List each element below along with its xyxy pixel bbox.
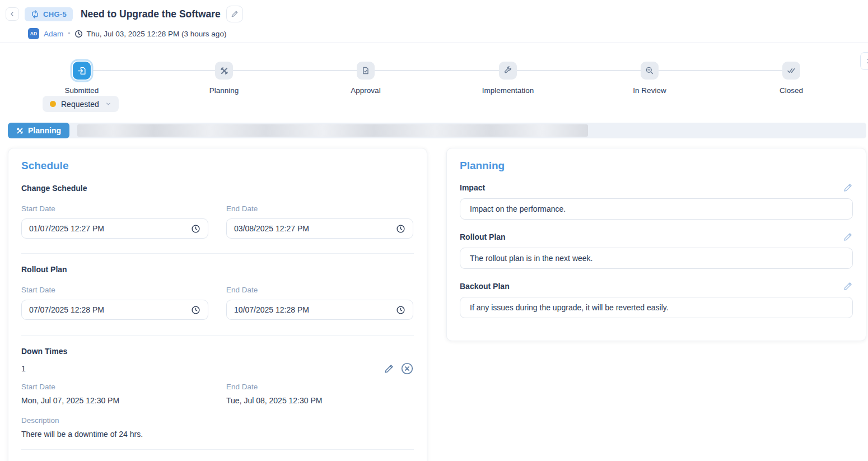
divider <box>21 253 414 254</box>
chevron-down-icon <box>105 101 111 107</box>
tab-planning[interactable]: Planning <box>8 123 69 138</box>
end-date-label: End Date <box>226 286 413 294</box>
divider <box>21 449 414 450</box>
date-value: 07/07/2025 12:28 PM <box>29 305 104 314</box>
pencil-icon <box>843 281 853 291</box>
crossed-tools-icon[interactable] <box>215 62 233 80</box>
pencil-icon <box>843 183 853 193</box>
requester-name[interactable]: Adam <box>44 30 63 38</box>
date-value: 03/08/2025 12:27 PM <box>234 224 309 233</box>
change-schedule-label: Change Schedule <box>21 184 414 193</box>
schedule-card-title: Schedule <box>21 160 414 172</box>
change-schedule-start-input[interactable]: 01/07/2025 12:27 PM <box>21 218 208 239</box>
impact-label: Impact <box>460 183 485 192</box>
status-dot <box>50 101 56 107</box>
edit-title-button[interactable] <box>226 6 243 22</box>
submit-document-icon[interactable] <box>73 62 91 80</box>
clock-icon[interactable] <box>191 224 200 234</box>
rollout-plan-label: Rollout Plan <box>21 265 414 274</box>
workflow-stepper: Submitted Planning Approval Implementati… <box>0 43 868 123</box>
step-planning: Planning <box>179 62 269 95</box>
page-header: CHG-5 Need to Upgrade the Software AD Ad… <box>0 0 868 43</box>
content-area: Schedule Change Schedule Start Date 01/0… <box>8 148 866 461</box>
date-value: 10/07/2025 12:28 PM <box>234 305 309 314</box>
start-date-label: Start Date <box>21 286 208 294</box>
header-meta: AD Adam • Thu, Jul 03, 2025 12:28 PM (3 … <box>28 28 861 39</box>
clock-icon[interactable] <box>191 305 200 315</box>
dot-separator: • <box>68 30 70 38</box>
chevron-left-icon <box>9 11 16 17</box>
clock-icon <box>74 30 83 38</box>
start-date-label: Start Date <box>21 204 208 213</box>
page-title: Need to Upgrade the Software <box>81 8 221 20</box>
edit-backout-plan-button[interactable] <box>843 281 853 291</box>
rollout-plan-start-input[interactable]: 07/07/2025 12:28 PM <box>21 300 208 320</box>
description-label: Description <box>21 416 414 425</box>
crossed-tools-icon <box>16 127 24 134</box>
wrench-icon[interactable] <box>499 62 517 80</box>
backout-plan-value: If any issues during the upgrade, it wil… <box>470 303 669 312</box>
avatar: AD <box>28 28 39 39</box>
rollout-plan-value: The rollout plan is in the next week. <box>470 254 592 263</box>
change-id-label: CHG-5 <box>43 10 67 18</box>
step-approval: Approval <box>321 62 410 95</box>
clock-icon[interactable] <box>396 224 405 234</box>
step-label: Closed <box>746 86 836 95</box>
status-dropdown[interactable]: Requested <box>43 96 119 112</box>
downtime-start-value: Mon, Jul 07, 2025 12:30 PM <box>21 396 208 405</box>
edit-impact-button[interactable] <box>843 183 853 193</box>
backout-plan-field[interactable]: If any issues during the upgrade, it wil… <box>460 297 853 318</box>
chevron-right-icon <box>865 58 868 64</box>
planning-card: Planning Impact Impact on the performanc… <box>446 148 866 341</box>
edit-downtime-button[interactable] <box>384 364 394 374</box>
schedule-card: Schedule Change Schedule Start Date 01/0… <box>8 148 427 461</box>
pencil-icon <box>231 10 239 18</box>
downtime-description: There will be a downtime of 24 hrs. <box>21 430 414 439</box>
date-value: 01/07/2025 12:27 PM <box>29 224 104 233</box>
circled-x-icon <box>400 362 414 375</box>
document-check-icon[interactable] <box>357 62 375 80</box>
back-button[interactable] <box>6 7 19 21</box>
pencil-icon <box>843 232 853 242</box>
divider <box>21 335 414 336</box>
step-closed: Closed <box>746 62 836 95</box>
down-times-label: Down Times <box>21 347 414 356</box>
planning-card-title: Planning <box>460 160 853 172</box>
status-label: Requested <box>61 100 99 109</box>
clock-icon[interactable] <box>396 305 405 315</box>
backout-plan-label: Backout Plan <box>460 282 510 291</box>
step-in-review: In Review <box>605 62 694 95</box>
end-date-label: End Date <box>226 204 413 213</box>
step-label: Planning <box>179 86 269 95</box>
step-label: In Review <box>605 86 694 95</box>
rollout-plan-field[interactable]: The rollout plan is in the next week. <box>460 248 853 269</box>
stage-tab-bar: Planning <box>8 123 866 138</box>
created-timestamp: Thu, Jul 03, 2025 12:28 PM (3 hours ago) <box>86 30 226 38</box>
magnifier-icon[interactable] <box>641 62 659 80</box>
expand-panel-button[interactable] <box>860 52 868 70</box>
start-date-label: Start Date <box>21 383 208 391</box>
step-submitted: Submitted <box>37 62 127 95</box>
rollout-plan-end-input[interactable]: 10/07/2025 12:28 PM <box>226 300 413 320</box>
change-id-badge[interactable]: CHG-5 <box>25 7 73 21</box>
step-label: Submitted <box>37 86 127 95</box>
edit-rollout-plan-button[interactable] <box>843 232 853 242</box>
remove-downtime-button[interactable] <box>400 362 414 375</box>
rollout-plan-label: Rollout Plan <box>460 232 506 241</box>
impact-field[interactable]: Impact on the performance. <box>460 198 853 220</box>
tab-label: Planning <box>28 126 61 135</box>
down-time-index: 1 <box>21 364 26 373</box>
double-check-icon[interactable] <box>782 62 800 80</box>
downtime-end-value: Tue, Jul 08, 2025 12:30 PM <box>226 396 413 405</box>
change-loop-icon <box>31 10 39 18</box>
loading-skeleton-bar <box>77 124 588 137</box>
pencil-icon <box>384 364 394 374</box>
end-date-label: End Date <box>226 383 413 391</box>
step-label: Implementation <box>463 86 553 95</box>
step-label: Approval <box>321 86 410 95</box>
change-schedule-end-input[interactable]: 03/08/2025 12:27 PM <box>226 218 413 239</box>
impact-value: Impact on the performance. <box>470 204 566 213</box>
step-implementation: Implementation <box>463 62 553 95</box>
